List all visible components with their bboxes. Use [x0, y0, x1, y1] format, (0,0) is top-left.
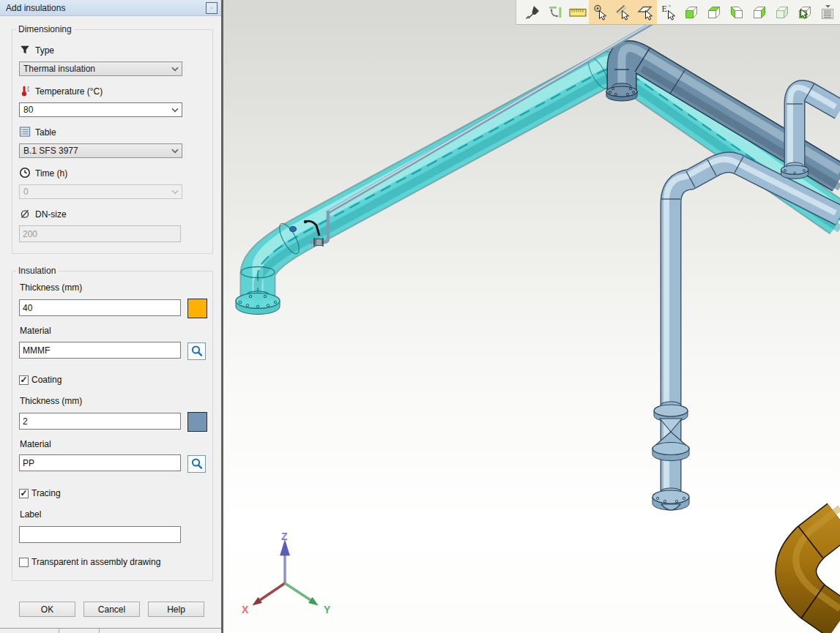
insulation-material-label: Material [20, 326, 51, 336]
3d-scene[interactable]: Z X Y [223, 0, 840, 633]
snap-plane-button[interactable] [634, 0, 657, 24]
dn-size-field [19, 225, 181, 242]
coating-material-label: Material [20, 439, 51, 449]
chevron-down-icon [171, 149, 179, 154]
coating-thickness-label: Thickness (mm) [20, 396, 82, 406]
add-insulations-dialog: Add insulations Dimensioning Type Therma… [0, 0, 221, 633]
pick-face-button[interactable] [793, 0, 816, 24]
view-right-icon [751, 4, 768, 21]
time-combobox: 0 [19, 184, 182, 199]
snap-edge-button[interactable]: E [657, 0, 680, 24]
transparent-checkbox[interactable] [19, 558, 29, 567]
insulation-legend: Insulation [16, 266, 58, 276]
y-axis-label: Y [324, 604, 331, 615]
view-left-icon [728, 4, 746, 21]
insulation-thickness-field[interactable] [19, 299, 181, 316]
help-button[interactable]: Help [148, 602, 204, 617]
time-value: 0 [23, 187, 29, 197]
tracing-valve-body[interactable] [316, 239, 322, 246]
chevron-down-icon [171, 190, 179, 195]
temperature-value: 80 [23, 105, 33, 115]
snap-point-button[interactable] [589, 0, 612, 24]
view-right-button[interactable] [748, 0, 770, 24]
snap-line-icon [614, 3, 633, 22]
label-label: Label [20, 509, 41, 520]
coating-checkbox[interactable]: ✓ [19, 375, 29, 385]
cancel-button[interactable]: Cancel [83, 602, 140, 617]
table-combobox[interactable]: B.1 SFS 3977 [19, 143, 182, 158]
tracing-label: Tracing [31, 488, 61, 498]
chevron-down-icon [171, 67, 179, 72]
coating-label: Coating [31, 375, 62, 385]
chevron-down-icon [171, 108, 179, 113]
type-combobox[interactable]: Thermal insulation [19, 61, 182, 76]
measure-distance-button[interactable] [543, 0, 566, 24]
view-iso-icon [773, 4, 791, 21]
label-field[interactable] [19, 526, 181, 543]
table-label: Table [35, 127, 56, 138]
transparent-label: Transparent in assembly drawing [31, 557, 160, 567]
view-top-icon [705, 4, 723, 21]
z-axis-label: Z [281, 531, 288, 542]
measure-distance-icon [546, 4, 564, 21]
close-icon [211, 4, 212, 12]
close-button[interactable] [206, 2, 218, 14]
clock-icon [19, 167, 31, 179]
pin-button[interactable] [521, 0, 543, 24]
3d-viewport[interactable]: Z X Y [223, 0, 840, 633]
table-value: B.1 SFS 3977 [23, 146, 78, 156]
dialog-titlebar[interactable]: Add insulations [0, 0, 221, 16]
dialog-title: Add insulations [6, 3, 65, 13]
view-top-button[interactable] [702, 0, 725, 24]
temperature-combobox[interactable]: 80 [19, 102, 182, 117]
pin-icon [524, 4, 541, 21]
snap-point-icon [591, 3, 610, 22]
coating-color-fill [188, 413, 207, 431]
view-list-icon [819, 3, 836, 22]
temperature-label: Temperature (°C) [35, 86, 103, 97]
x-axis-label: X [242, 604, 249, 615]
insulation-material-field[interactable] [19, 342, 181, 359]
insulation-material-search-button[interactable] [187, 342, 206, 360]
filter-icon [19, 44, 31, 56]
view-front-icon [683, 4, 700, 21]
search-icon [190, 345, 204, 358]
insulation-thickness-label: Thickness (mm) [20, 282, 82, 293]
statusbar-divider [99, 629, 100, 633]
view-list-button[interactable] [816, 0, 839, 24]
table-icon [19, 126, 31, 138]
view-iso-button[interactable] [770, 0, 793, 24]
application-window: Add insulations Dimensioning Type Therma… [0, 0, 840, 633]
statusbar-divider [59, 629, 59, 633]
pipe-fitting-dot[interactable] [290, 227, 297, 232]
dn-size-label: DN-size [35, 209, 67, 220]
insulation-color-swatch[interactable] [187, 299, 207, 318]
snap-edge-icon: E [659, 3, 678, 22]
insulation-color-fill [188, 299, 207, 318]
coating-color-swatch[interactable] [187, 412, 207, 432]
search-icon [190, 457, 204, 471]
edge-glyph: E [661, 4, 666, 14]
pick-face-icon [796, 4, 814, 21]
view-front-button[interactable] [680, 0, 702, 24]
dimensioning-legend: Dimensioning [16, 24, 74, 34]
viewport-toolbar: E [516, 0, 840, 25]
type-label: Type [35, 45, 54, 56]
view-left-button[interactable] [725, 0, 748, 24]
snap-line-button[interactable] [612, 0, 634, 24]
ruler-button[interactable] [566, 0, 589, 24]
tracing-checkbox[interactable]: ✓ [19, 489, 29, 498]
dialog-statusbar [0, 628, 221, 633]
coating-thickness-field[interactable] [19, 413, 181, 430]
ok-button[interactable]: OK [19, 602, 75, 617]
coating-material-search-button[interactable] [187, 455, 206, 473]
type-value: Thermal insulation [23, 64, 95, 74]
time-label: Time (h) [35, 168, 67, 179]
coating-material-field[interactable] [19, 454, 181, 471]
snap-plane-icon [636, 3, 655, 22]
thermometer-icon [19, 85, 31, 97]
ruler-icon [568, 4, 587, 21]
diameter-icon [19, 208, 31, 220]
